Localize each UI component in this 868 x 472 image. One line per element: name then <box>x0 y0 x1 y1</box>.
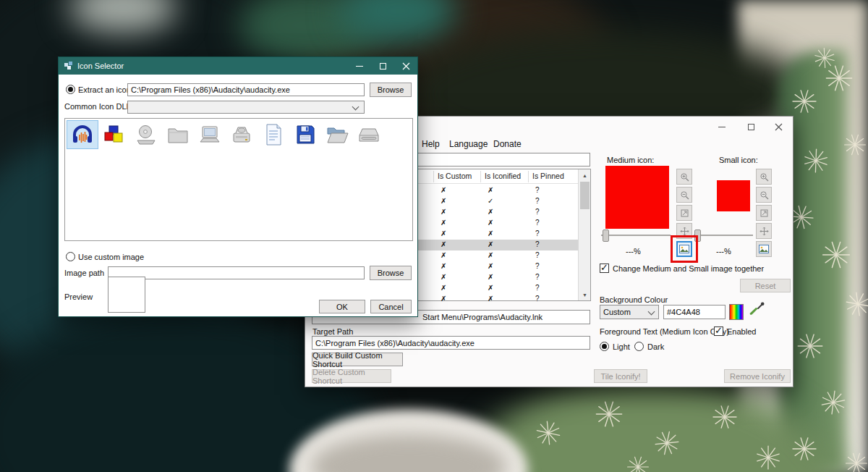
ok-button[interactable]: OK <box>319 300 365 313</box>
extract-icon-label: Extract an icon <box>78 85 131 94</box>
colour-palette-button[interactable] <box>729 304 744 320</box>
scrollbar-thumb[interactable] <box>580 182 590 209</box>
eyedropper-icon[interactable] <box>748 301 765 319</box>
icon-cell-document[interactable] <box>258 120 289 149</box>
browse-exe-button[interactable]: Browse <box>370 83 412 97</box>
col-header-is-iconified[interactable]: Is Iconified <box>485 172 521 180</box>
dialog-title: Icon Selector <box>77 62 124 70</box>
tile-iconify-button[interactable]: Tile Iconify! <box>594 369 647 383</box>
dialog-maximize-button[interactable] <box>371 57 394 75</box>
menu-language[interactable]: Language <box>449 139 488 149</box>
light-radio[interactable] <box>600 342 609 351</box>
dark-radio[interactable] <box>634 342 644 351</box>
background-colour-label: Background Colour <box>600 295 668 304</box>
reset-button[interactable]: Reset <box>740 279 791 292</box>
enabled-label: Enabled <box>727 327 756 336</box>
floppy-icon <box>294 123 317 146</box>
icon-cell-cd-drive[interactable] <box>130 120 162 149</box>
icon-cell-laptop[interactable] <box>194 120 226 149</box>
icon-cell-color-blocks[interactable] <box>98 120 130 149</box>
close-icon <box>775 123 783 131</box>
use-custom-image-radio[interactable] <box>66 252 75 261</box>
menu-help[interactable]: Help <box>422 139 440 149</box>
common-dlls-label: Common Icon DLLs <box>64 102 135 111</box>
small-select-image-button[interactable] <box>756 241 772 257</box>
icon-cell-folder[interactable] <box>162 120 194 149</box>
small-fit-button[interactable] <box>756 205 772 221</box>
dialog-titlebar[interactable]: Icon Selector <box>59 57 417 75</box>
cancel-button[interactable]: Cancel <box>370 300 412 313</box>
enabled-checkbox[interactable] <box>714 326 723 336</box>
zoom-in-icon <box>680 172 689 182</box>
small-zoom-slider[interactable] <box>694 235 753 236</box>
app-close-button[interactable] <box>765 118 791 135</box>
chevron-down-icon <box>352 104 359 111</box>
medium-zoom-percent: ---% <box>626 247 641 256</box>
small-zoom-out-button[interactable] <box>756 187 772 203</box>
medium-zoom-in-button[interactable] <box>676 169 692 185</box>
fit-image-icon <box>760 208 769 218</box>
close-icon <box>402 62 410 70</box>
hard-drive-icon <box>357 123 380 146</box>
app-maximize-button[interactable] <box>738 118 764 135</box>
icon-cell-open-folder[interactable] <box>321 120 353 149</box>
icon-cell-hard-drive[interactable] <box>353 120 385 149</box>
col-divider <box>528 171 529 182</box>
icon-cell-floppy-printer[interactable] <box>289 120 321 149</box>
app-logo-icon <box>64 62 74 71</box>
background-hex-input[interactable]: #4C4A48 <box>663 305 726 319</box>
target-path-label: Target Path <box>312 327 353 336</box>
image-path-label: Image path <box>64 269 104 277</box>
background-colour-dropdown[interactable]: Custom <box>600 305 659 319</box>
maximize-icon <box>380 63 386 69</box>
chevron-down-icon <box>648 308 655 316</box>
color-blocks-icon <box>103 124 125 146</box>
dialog-close-button[interactable] <box>394 57 417 75</box>
background-colour-mode: Custom <box>603 308 631 316</box>
icon-cell-audacity[interactable] <box>67 120 98 149</box>
use-custom-image-label: Use custom image <box>78 253 144 261</box>
folder-icon <box>166 123 190 146</box>
zoom-out-icon <box>760 190 769 200</box>
col-header-is-pinned[interactable]: Is Pinned <box>532 172 564 180</box>
medium-fit-button[interactable] <box>676 205 692 221</box>
common-dlls-dropdown[interactable] <box>127 101 365 114</box>
exe-path-field[interactable]: C:\Program Files (x86)\Audacity\audacity… <box>127 83 365 96</box>
medium-slider-thumb[interactable] <box>603 229 609 242</box>
col-header-is-custom[interactable]: Is Custom <box>438 172 472 180</box>
preview-label: Preview <box>64 292 93 301</box>
extract-icon-radio[interactable] <box>66 85 75 94</box>
remove-iconify-button[interactable]: Remove Iconify <box>724 369 791 383</box>
small-move-button[interactable] <box>756 223 772 239</box>
medium-icon-label: Medium icon: <box>607 156 654 164</box>
scroll-down-icon[interactable]: ▼ <box>579 289 591 300</box>
maximize-icon <box>748 124 754 130</box>
laptop-icon <box>198 123 221 146</box>
preview-box <box>108 277 145 313</box>
change-together-checkbox[interactable] <box>600 264 609 273</box>
open-folder-icon <box>325 123 349 146</box>
desktop: Help Language Donate Is Custom Is Iconif… <box>0 0 868 472</box>
medium-zoom-out-button[interactable] <box>676 187 692 203</box>
scroll-up-icon[interactable]: ▲ <box>579 169 591 181</box>
delete-custom-shortcut-button[interactable]: Delete Custom Shortcut <box>312 369 391 383</box>
dialog-minimize-button[interactable] <box>348 57 371 75</box>
small-zoom-in-button[interactable] <box>756 169 772 185</box>
small-zoom-percent: ---% <box>716 247 731 256</box>
small-icon-preview <box>717 180 750 211</box>
app-minimize-button[interactable] <box>709 118 735 135</box>
target-path-field[interactable]: C:\Program Files (x86)\Audacity\audacity… <box>312 336 590 350</box>
browse-image-button[interactable]: Browse <box>370 266 412 280</box>
image-path-field[interactable] <box>108 266 365 279</box>
change-together-label: Change Medium and Small image together <box>613 264 764 273</box>
quick-build-shortcut-button[interactable]: Quick Build Custom Shortcut <box>312 353 403 366</box>
menu-donate[interactable]: Donate <box>493 139 522 149</box>
annotation-highlight-box <box>671 235 698 263</box>
icon-cell-disc-box[interactable] <box>226 120 258 149</box>
fit-image-icon <box>680 208 689 218</box>
table-scrollbar[interactable]: ▲ ▼ <box>578 169 590 300</box>
audacity-icon <box>71 123 94 146</box>
document-icon <box>263 123 284 146</box>
medium-zoom-slider[interactable] <box>601 235 671 236</box>
col-divider <box>433 171 434 182</box>
